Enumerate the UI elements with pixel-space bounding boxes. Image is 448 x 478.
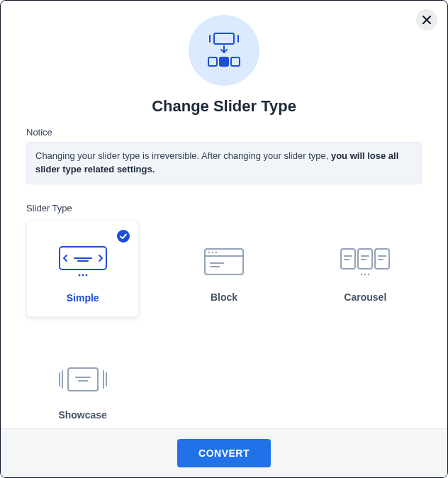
svg-point-12 (212, 251, 214, 253)
notice-box: Changing your slider type is irreversibl… (26, 142, 422, 184)
modal-content: Change Slider Type Notice Changing your … (1, 1, 447, 428)
option-label: Simple (67, 292, 99, 304)
svg-rect-2 (220, 57, 228, 66)
svg-rect-1 (208, 57, 217, 66)
option-carousel[interactable]: Carousel (309, 221, 422, 317)
modal-title: Change Slider Type (152, 97, 296, 116)
slider-type-label: Slider Type (26, 203, 422, 213)
option-showcase[interactable]: Showcase (26, 338, 139, 428)
selected-check-icon (117, 230, 130, 243)
svg-rect-3 (231, 57, 240, 66)
modal-hero: Change Slider Type (26, 15, 422, 116)
close-icon (422, 15, 432, 25)
slider-type-options: Simple (26, 221, 422, 428)
svg-rect-22 (68, 368, 98, 391)
option-label: Showcase (58, 409, 106, 421)
svg-point-19 (364, 273, 366, 275)
hero-icon-bg (189, 15, 259, 86)
notice-label: Notice (26, 127, 422, 138)
svg-point-13 (215, 251, 218, 253)
option-simple[interactable]: Simple (26, 221, 139, 317)
convert-button[interactable]: CONVERT (177, 439, 271, 467)
showcase-slider-icon (58, 362, 108, 396)
notice-text: Changing your slider type is irreversibl… (35, 150, 331, 161)
svg-point-6 (78, 274, 80, 276)
change-slider-type-modal: Change Slider Type Notice Changing your … (0, 0, 448, 478)
option-label: Block (211, 291, 237, 303)
option-block[interactable]: Block (167, 221, 280, 317)
block-slider-icon (203, 245, 245, 279)
svg-rect-10 (205, 249, 243, 274)
close-button[interactable] (416, 9, 437, 30)
svg-rect-0 (214, 33, 234, 44)
svg-point-7 (82, 274, 84, 276)
svg-point-8 (85, 274, 87, 276)
option-label: Carousel (344, 291, 386, 303)
svg-point-11 (208, 251, 211, 253)
svg-point-20 (368, 273, 370, 275)
simple-slider-icon (58, 245, 108, 279)
slider-change-icon (203, 30, 245, 70)
svg-point-18 (361, 273, 363, 275)
modal-footer: CONVERT (1, 428, 447, 477)
carousel-slider-icon (338, 245, 392, 279)
svg-point-4 (117, 230, 130, 243)
